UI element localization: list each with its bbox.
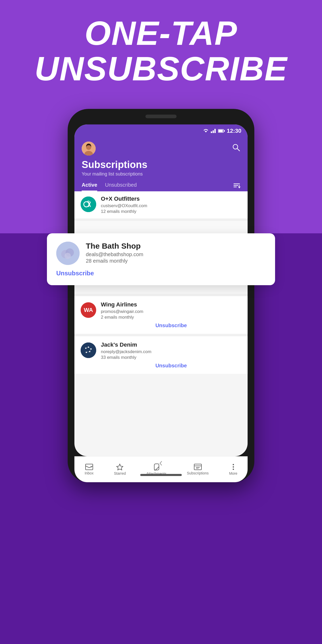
sub-logo-ox [81,197,96,212]
bath-shop-name: The Bath Shop [86,242,143,250]
svg-marker-31 [117,464,123,470]
hero-title: ONE-TAP UNSUBSCRIBE [0,16,322,86]
phone-device: 12:30 [68,109,254,601]
page-title: Subscriptions [82,159,240,170]
sub-logo-jack [81,342,96,358]
page-subtitle: Your mailing list subscriptions [82,171,240,177]
list-item[interactable]: O+X Outfitters custserv@OXoutfit.com 12 … [74,191,248,218]
header-top-row [82,142,240,156]
nav-inbox[interactable]: Inbox [85,464,93,475]
sub-info-jack: Jack's Denim noreply@jacksdenim.com 33 e… [101,341,241,360]
svg-marker-3 [214,129,216,133]
hero-line1: ONE-TAP [0,16,322,51]
status-time: 12:30 [227,128,241,134]
svg-marker-2 [213,130,214,133]
list-item-wing[interactable]: WA Wing Airlines promos@wingair.com 2 em… [74,296,248,334]
tab-active[interactable]: Active [82,182,97,191]
unsubscribe-button-jack[interactable]: Unsubscribe [81,363,241,369]
unsubscribe-button-bath[interactable]: Unsubscribe [56,270,94,277]
back-button-area [158,460,164,468]
sub-email: promos@wingair.com [101,309,241,314]
sub-freq: 2 emails monthly [101,315,241,320]
svg-line-11 [237,149,240,151]
svg-marker-1 [211,131,212,133]
bath-shop-freq: 28 emails monthly [86,258,143,264]
divider [74,219,248,221]
nav-subscriptions[interactable]: Subscriptions [187,464,209,475]
sub-info-wing: Wing Airlines promos@wingair.com 2 email… [101,301,241,320]
nav-more[interactable]: More [229,464,237,475]
phone-speaker [145,115,177,118]
bath-shop-info: The Bath Shop deals@thebathshop.com 28 e… [86,242,143,264]
svg-point-16 [81,197,96,212]
svg-rect-5 [218,130,223,132]
signal-icon [211,129,216,133]
sub-info-ox: O+X Outfitters custserv@OXoutfit.com 12 … [101,195,241,214]
sub-name: O+X Outfitters [101,195,241,202]
avatar-image [82,142,96,156]
status-icons: 12:30 [203,128,241,134]
inbox-label: Inbox [85,471,93,475]
sub-freq: 33 emails monthly [101,355,241,360]
user-avatar[interactable] [82,142,96,156]
phone-screen: 12:30 [74,124,248,456]
sub-logo-wing: WA [81,302,96,318]
divider [74,334,248,336]
subscriptions-label: Subscriptions [187,471,209,475]
svg-point-37 [233,466,234,467]
inbox-icon [85,464,93,470]
tabs-row: Active Unsubscribed [82,182,240,191]
svg-point-36 [233,464,234,465]
starred-icon [116,464,123,470]
svg-rect-6 [224,130,225,132]
unsubscribe-button-wing[interactable]: Unsubscribe [81,323,241,328]
wifi-icon [203,129,209,133]
sub-name: Wing Airlines [101,301,241,308]
svg-rect-32 [194,464,201,470]
tab-unsubscribed[interactable]: Unsubscribed [105,182,137,191]
sub-logo-text: WA [84,307,93,313]
svg-point-38 [233,468,234,470]
list-item-jack[interactable]: Jack's Denim noreply@jacksdenim.com 33 e… [74,336,248,374]
bath-shop-logo [56,242,80,265]
subscriptions-icon [194,464,202,470]
divider [74,294,248,296]
tabs-left: Active Unsubscribed [82,182,137,191]
sub-email: custserv@OXoutfit.com [101,203,241,208]
status-bar: 12:30 [74,124,248,137]
svg-point-20 [81,342,96,358]
hero-line2: UNSUBSCRIBE [0,51,322,87]
bath-shop-email: deals@thebathshop.com [86,251,143,257]
app-header: Subscriptions Your mailing list subscrip… [74,137,248,191]
home-bar [140,474,182,476]
nav-starred[interactable]: Starred [114,464,126,475]
more-icon [232,464,235,470]
search-button[interactable] [232,143,240,154]
battery-icon [218,129,225,133]
starred-label: Starred [114,471,126,475]
svg-point-42 [65,253,71,259]
expanded-subscription-card[interactable]: The Bath Shop deals@thebathshop.com 28 e… [47,233,275,285]
sub-freq: 12 emails monthly [101,209,241,214]
phone-frame: 12:30 [68,109,254,482]
more-label: More [229,471,237,475]
sort-button[interactable] [233,183,240,191]
sub-email: noreply@jacksdenim.com [101,349,241,354]
svg-marker-0 [205,131,207,132]
sub-name: Jack's Denim [101,341,241,348]
